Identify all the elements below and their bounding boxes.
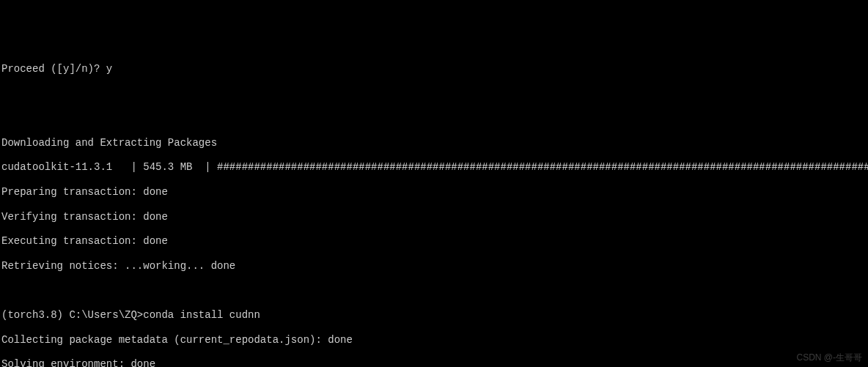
executing-status: Executing transaction: done <box>1 235 868 248</box>
shell-prompt-command: (torch3.8) C:\Users\ZQ>conda install cud… <box>1 309 868 322</box>
retrieving-status: Retrieving notices: ...working... done <box>1 260 868 273</box>
verifying-status: Verifying transaction: done <box>1 211 868 223</box>
blank-line <box>1 112 868 125</box>
downloading-header: Downloading and Extracting Packages <box>1 137 868 149</box>
solving-env: Solving environment: done <box>1 358 868 367</box>
blank-line <box>1 88 868 100</box>
preparing-status: Preparing transaction: done <box>1 186 868 199</box>
blank-line <box>1 284 868 297</box>
progress-cudatoolkit: cudatoolkit-11.3.1 | 545.3 MB | ########… <box>1 161 868 174</box>
terminal-output[interactable]: Proceed ([y]/n)? y Downloading and Extra… <box>1 51 868 367</box>
watermark-text: CSDN @-生哥哥 <box>796 352 862 363</box>
proceed-prompt-answered: Proceed ([y]/n)? y <box>1 63 868 75</box>
collecting-metadata: Collecting package metadata (current_rep… <box>1 334 868 346</box>
